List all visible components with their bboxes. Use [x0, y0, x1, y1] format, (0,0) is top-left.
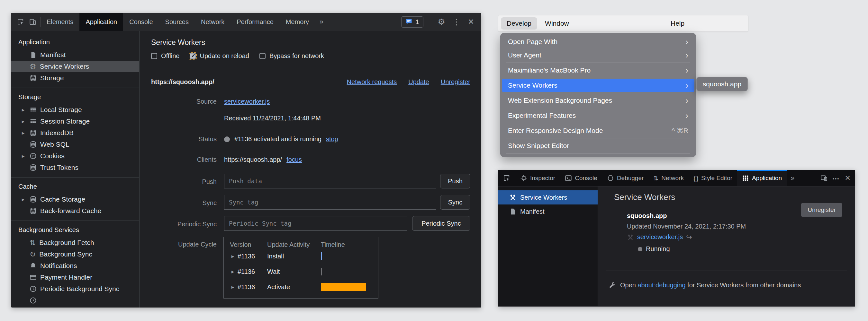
sidebar-item-manifest[interactable]: Manifest [11, 49, 139, 61]
responsive-design-icon[interactable] [820, 175, 828, 182]
tab-network[interactable]: Network [648, 170, 689, 186]
submenu-item-squoosh[interactable]: squoosh.app [703, 80, 741, 88]
menu-item-open-page-with[interactable]: Open Page With [502, 35, 694, 48]
tab-console[interactable]: Console [560, 170, 602, 186]
tab-elements[interactable]: Elements [40, 13, 80, 31]
network-requests-link[interactable]: Network requests [347, 78, 397, 86]
sync-button[interactable]: Sync [440, 195, 470, 210]
tab-inspector[interactable]: Inspector [515, 170, 560, 186]
sidebar-item-periodic-background-sync[interactable]: Periodic Background Sync [11, 283, 139, 295]
inspect-element-icon[interactable] [17, 18, 24, 25]
offline-checkbox[interactable] [151, 53, 157, 59]
tab-sources[interactable]: Sources [159, 13, 195, 31]
table-row[interactable]: #1136 Install [224, 248, 378, 264]
update-on-reload-option[interactable]: Update on reload [190, 52, 249, 60]
sidebar-item-cache-storage[interactable]: Cache Storage [11, 193, 139, 205]
update-on-reload-checkbox[interactable] [190, 53, 196, 59]
footer-text: for Service Workers from other domains [686, 282, 801, 289]
cookie-icon [30, 152, 37, 159]
menu-item-label: Open Page With [508, 38, 557, 45]
serviceworker-source-link[interactable]: serviceworker.js [224, 98, 270, 105]
menubar-item-window[interactable]: Window [545, 20, 569, 27]
caret-icon[interactable] [20, 196, 26, 203]
sidebar-item-trust-tokens[interactable]: Trust Tokens [11, 162, 139, 173]
menu-item-user-agent[interactable]: User Agent [502, 48, 694, 62]
tab-style-editor[interactable]: Style Editor [689, 170, 737, 186]
submenu-chevron-icon [685, 66, 688, 74]
activity-cell: Wait [267, 268, 321, 276]
sidebar-section-storage: Storage Local Storage Session Storage [11, 88, 139, 178]
about-debugging-link[interactable]: about:debugging [638, 282, 685, 289]
bypass-for-network-checkbox[interactable] [259, 53, 266, 59]
unregister-button[interactable]: Unregister [801, 203, 842, 217]
sidebar-item-notifications[interactable]: Notifications [11, 260, 139, 272]
close-icon[interactable] [468, 18, 474, 26]
sync-tag-input[interactable] [224, 195, 436, 210]
stop-link[interactable]: stop [326, 136, 338, 143]
serviceworker-source-link[interactable]: serviceworker.js [637, 234, 683, 241]
caret-icon[interactable] [20, 118, 26, 125]
tab-debugger[interactable]: Debugger [602, 170, 648, 186]
tab-application[interactable]: Application [80, 13, 123, 31]
offline-option[interactable]: Offline [151, 52, 179, 60]
caret-icon[interactable] [230, 284, 236, 290]
sidebar-item-label: Periodic Background Sync [40, 285, 119, 293]
caret-icon[interactable] [20, 130, 26, 136]
kebab-menu-icon[interactable] [452, 17, 461, 26]
sidebar-item-back-forward-cache[interactable]: Back-forward Cache [11, 205, 139, 217]
bypass-for-network-option[interactable]: Bypass for network [259, 52, 324, 60]
device-toolbar-icon[interactable] [29, 18, 36, 25]
update-link[interactable]: Update [408, 78, 429, 86]
periodic-sync-button[interactable]: Periodic Sync [412, 216, 470, 231]
sidebar-item-storage[interactable]: Storage [11, 72, 139, 84]
menu-item-experimental-features[interactable]: Experimental Features [502, 109, 694, 122]
sidebar-item-indexeddb[interactable]: IndexedDB [11, 127, 139, 139]
table-header-row: Version Update Activity Timeline [224, 237, 378, 248]
more-tabs-icon[interactable] [315, 13, 328, 31]
menubar-item-develop[interactable]: Develop [501, 17, 537, 30]
sidebar-item-session-storage[interactable]: Session Storage [11, 115, 139, 127]
meatball-menu-icon[interactable] [833, 175, 840, 181]
menu-item-enter-responsive-design-mode[interactable]: Enter Responsive Design Mode ^ ⌘R [502, 124, 694, 137]
sidebar-item-payment-handler[interactable]: Payment Handler [11, 272, 139, 283]
menu-item-show-snippet-editor[interactable]: Show Snippet Editor [502, 139, 694, 152]
sidebar-item-manifest[interactable]: Manifest [498, 205, 598, 219]
caret-icon[interactable] [20, 107, 26, 113]
caret-icon[interactable] [230, 269, 236, 275]
close-icon[interactable] [845, 175, 850, 182]
sidebar-item-local-storage[interactable]: Local Storage [11, 104, 139, 115]
service-workers-submenu[interactable]: squoosh.app [696, 77, 748, 91]
menu-item-macbook-pro[interactable]: Maximiliano's MacBook Pro [502, 64, 694, 77]
sidebar-item-service-workers[interactable]: Service Workers [498, 190, 598, 205]
caret-icon[interactable] [230, 253, 236, 260]
network-arrows-icon [653, 175, 658, 181]
tab-performance[interactable]: Performance [230, 13, 280, 31]
more-tabs-icon[interactable] [787, 170, 798, 186]
unregister-link[interactable]: Unregister [441, 78, 470, 86]
push-data-input[interactable] [224, 174, 436, 188]
pick-element-icon[interactable] [503, 175, 510, 182]
sidebar-item-background-sync[interactable]: Background Sync [11, 248, 139, 260]
tab-console[interactable]: Console [123, 13, 159, 31]
timeline-tick [321, 252, 322, 260]
tab-network[interactable]: Network [195, 13, 230, 31]
caret-icon[interactable] [20, 153, 26, 159]
status-dot-icon [638, 247, 642, 251]
sidebar-item-web-sql[interactable]: Web SQL [11, 139, 139, 150]
table-row[interactable]: #1136 Wait [224, 264, 378, 279]
menu-item-web-extension-background-pages[interactable]: Web Extension Background Pages [502, 94, 694, 107]
periodic-sync-tag-input[interactable] [224, 216, 407, 231]
menubar-item-help[interactable]: Help [671, 20, 684, 27]
menu-item-service-workers[interactable]: Service Workers [502, 79, 694, 92]
tab-label: Elements [46, 18, 73, 26]
focus-link[interactable]: focus [286, 156, 302, 164]
table-row[interactable]: #1136 Activate [224, 279, 378, 295]
tab-memory[interactable]: Memory [280, 13, 315, 31]
issues-button[interactable]: 1 [401, 16, 423, 28]
settings-gear-icon[interactable] [438, 17, 445, 26]
sidebar-item-service-workers[interactable]: Service Workers [11, 61, 139, 72]
sidebar-item-background-fetch[interactable]: Background Fetch [11, 237, 139, 248]
sidebar-item-cookies[interactable]: Cookies [11, 150, 139, 162]
tab-application[interactable]: Application [737, 170, 787, 186]
push-button[interactable]: Push [440, 174, 470, 188]
